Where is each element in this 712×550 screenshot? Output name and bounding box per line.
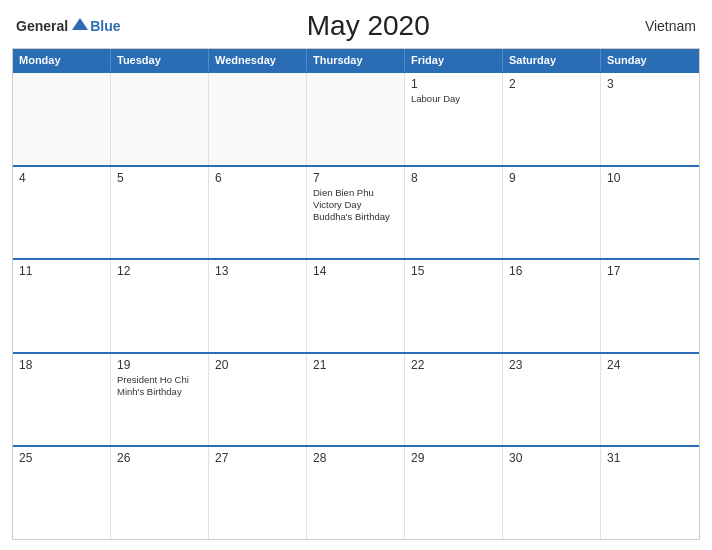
calendar-cell: 24 bbox=[601, 354, 699, 446]
calendar-cell: 10 bbox=[601, 167, 699, 259]
day-number: 13 bbox=[215, 264, 300, 278]
calendar-cell: 1Labour Day bbox=[405, 73, 503, 165]
day-number: 16 bbox=[509, 264, 594, 278]
logo: General Blue bbox=[16, 16, 120, 36]
calendar-cell: 30 bbox=[503, 447, 601, 539]
calendar-cell: 9 bbox=[503, 167, 601, 259]
day-number: 14 bbox=[313, 264, 398, 278]
calendar-cell: 14 bbox=[307, 260, 405, 352]
calendar-cell: 8 bbox=[405, 167, 503, 259]
header: General Blue May 2020 Vietnam bbox=[12, 10, 700, 42]
calendar-title: May 2020 bbox=[120, 10, 616, 42]
country-name: Vietnam bbox=[616, 18, 696, 34]
calendar-cell: 18 bbox=[13, 354, 111, 446]
event-label: Victory Day bbox=[313, 199, 398, 211]
calendar-cell bbox=[209, 73, 307, 165]
calendar-cell: 22 bbox=[405, 354, 503, 446]
calendar-cell bbox=[111, 73, 209, 165]
svg-marker-0 bbox=[72, 18, 88, 30]
logo-general-text: General bbox=[16, 18, 68, 34]
calendar-cell: 17 bbox=[601, 260, 699, 352]
weekday-header: Tuesday bbox=[111, 49, 209, 71]
day-number: 12 bbox=[117, 264, 202, 278]
day-number: 7 bbox=[313, 171, 398, 185]
day-number: 19 bbox=[117, 358, 202, 372]
day-number: 6 bbox=[215, 171, 300, 185]
calendar-cell: 3 bbox=[601, 73, 699, 165]
weekday-header: Monday bbox=[13, 49, 111, 71]
event-label: Buddha's Birthday bbox=[313, 211, 398, 223]
day-number: 1 bbox=[411, 77, 496, 91]
day-number: 29 bbox=[411, 451, 496, 465]
day-number: 17 bbox=[607, 264, 693, 278]
calendar-cell: 5 bbox=[111, 167, 209, 259]
event-label: Dien Bien Phu bbox=[313, 187, 398, 199]
calendar-cell: 12 bbox=[111, 260, 209, 352]
calendar-cell: 26 bbox=[111, 447, 209, 539]
calendar-cell: 29 bbox=[405, 447, 503, 539]
calendar-cell: 19President Ho ChiMinh's Birthday bbox=[111, 354, 209, 446]
day-number: 30 bbox=[509, 451, 594, 465]
calendar-cell: 11 bbox=[13, 260, 111, 352]
calendar-week: 25262728293031 bbox=[13, 445, 699, 539]
calendar-cell: 6 bbox=[209, 167, 307, 259]
calendar-week: 4567Dien Bien PhuVictory Day Buddha's Bi… bbox=[13, 165, 699, 259]
calendar-page: General Blue May 2020 Vietnam MondayTues… bbox=[0, 0, 712, 550]
calendar-cell: 21 bbox=[307, 354, 405, 446]
day-number: 20 bbox=[215, 358, 300, 372]
weekday-header: Thursday bbox=[307, 49, 405, 71]
event-label: Labour Day bbox=[411, 93, 496, 105]
day-number: 31 bbox=[607, 451, 693, 465]
day-number: 5 bbox=[117, 171, 202, 185]
day-number: 26 bbox=[117, 451, 202, 465]
calendar-week: 1Labour Day23 bbox=[13, 71, 699, 165]
day-number: 28 bbox=[313, 451, 398, 465]
day-number: 18 bbox=[19, 358, 104, 372]
day-number: 24 bbox=[607, 358, 693, 372]
weekday-header: Wednesday bbox=[209, 49, 307, 71]
calendar-cell: 15 bbox=[405, 260, 503, 352]
calendar-cell: 2 bbox=[503, 73, 601, 165]
weekday-header: Friday bbox=[405, 49, 503, 71]
weekday-header: Sunday bbox=[601, 49, 699, 71]
event-label: President Ho Chi bbox=[117, 374, 202, 386]
day-number: 23 bbox=[509, 358, 594, 372]
calendar-body: 1Labour Day234567Dien Bien PhuVictory Da… bbox=[13, 71, 699, 539]
day-number: 15 bbox=[411, 264, 496, 278]
event-label: Minh's Birthday bbox=[117, 386, 202, 398]
day-number: 27 bbox=[215, 451, 300, 465]
calendar-cell: 28 bbox=[307, 447, 405, 539]
weekday-header: Saturday bbox=[503, 49, 601, 71]
calendar-cell: 27 bbox=[209, 447, 307, 539]
day-number: 9 bbox=[509, 171, 594, 185]
calendar-cell: 31 bbox=[601, 447, 699, 539]
calendar-week: 11121314151617 bbox=[13, 258, 699, 352]
calendar-cell: 20 bbox=[209, 354, 307, 446]
calendar-cell: 4 bbox=[13, 167, 111, 259]
calendar-header: MondayTuesdayWednesdayThursdayFridaySatu… bbox=[13, 49, 699, 71]
day-number: 11 bbox=[19, 264, 104, 278]
logo-icon bbox=[70, 16, 90, 36]
day-number: 4 bbox=[19, 171, 104, 185]
calendar-cell: 23 bbox=[503, 354, 601, 446]
day-number: 2 bbox=[509, 77, 594, 91]
day-number: 22 bbox=[411, 358, 496, 372]
day-number: 10 bbox=[607, 171, 693, 185]
calendar-week: 1819President Ho ChiMinh's Birthday20212… bbox=[13, 352, 699, 446]
logo-blue-text: Blue bbox=[90, 18, 120, 34]
day-number: 3 bbox=[607, 77, 693, 91]
calendar-cell bbox=[307, 73, 405, 165]
day-number: 8 bbox=[411, 171, 496, 185]
calendar-cell: 7Dien Bien PhuVictory Day Buddha's Birth… bbox=[307, 167, 405, 259]
day-number: 21 bbox=[313, 358, 398, 372]
calendar-cell: 25 bbox=[13, 447, 111, 539]
calendar-cell: 13 bbox=[209, 260, 307, 352]
calendar: MondayTuesdayWednesdayThursdayFridaySatu… bbox=[12, 48, 700, 540]
calendar-cell bbox=[13, 73, 111, 165]
day-number: 25 bbox=[19, 451, 104, 465]
calendar-cell: 16 bbox=[503, 260, 601, 352]
